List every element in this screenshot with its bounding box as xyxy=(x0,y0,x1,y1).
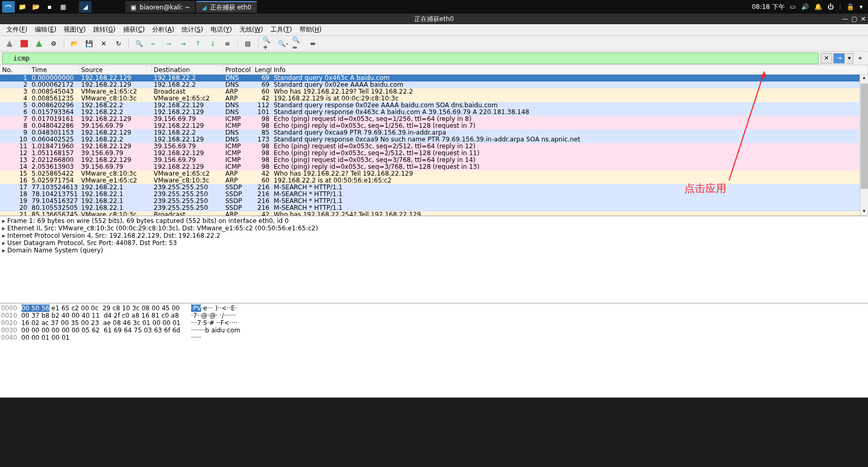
zoom-reset-button[interactable]: 🔍= xyxy=(292,37,304,50)
filter-dropdown-button[interactable]: ▾ xyxy=(846,53,853,64)
packet-row[interactable]: 20.000062172192.168.22.129192.168.22.2DN… xyxy=(0,82,868,88)
open-file-button[interactable]: 📂 xyxy=(68,37,81,50)
task-terminal[interactable]: ▣biaoren@kali: ~ xyxy=(125,1,195,13)
menu-电话Y[interactable]: 电话(Y) xyxy=(207,24,235,35)
user-icon[interactable]: ▾ xyxy=(860,3,863,11)
packet-row[interactable]: 1878.104213751192.168.22.1239.255.255.25… xyxy=(0,191,868,198)
packet-row[interactable]: 1777.103524613192.168.22.1239.255.255.25… xyxy=(0,184,868,191)
detail-line[interactable]: ▸ User Datagram Protocol, Src Port: 4408… xyxy=(2,239,866,247)
start-capture-button[interactable] xyxy=(3,37,16,50)
display-icon[interactable]: ▭ xyxy=(790,3,796,11)
detail-line[interactable]: ▸ Ethernet II, Src: VMware_c8:10:3c (00:… xyxy=(2,225,866,232)
colorize-button[interactable]: ▤ xyxy=(242,37,254,50)
go-last-button[interactable]: ⤓ xyxy=(206,37,219,50)
packet-row[interactable]: 155.025865422VMware_c8:10:3cVMware_e1:65… xyxy=(0,170,868,177)
files-icon[interactable]: 📁 xyxy=(16,1,28,13)
packet-list-scrollbar[interactable]: ▴ ▾ xyxy=(860,75,868,216)
go-to-button[interactable]: ⇥ xyxy=(177,37,189,50)
col-no[interactable]: No. xyxy=(0,65,29,74)
zoom-in-button[interactable]: 🔍+ xyxy=(262,37,275,50)
packet-row[interactable]: 121.05116815739.156.69.79192.168.22.129I… xyxy=(0,150,868,157)
detail-line[interactable]: ▸ Frame 1: 69 bytes on wire (552 bits), … xyxy=(2,217,866,225)
packet-row[interactable]: 111.018471960192.168.22.12939.156.69.79I… xyxy=(0,143,868,150)
menu-分析A[interactable]: 分析(A) xyxy=(149,24,177,35)
menu-无线W[interactable]: 无线(W) xyxy=(236,24,266,35)
minimize-icon[interactable]: — xyxy=(842,15,849,23)
autoscroll-button[interactable]: ≡ xyxy=(221,37,234,50)
zoom-out-button[interactable]: 🔍- xyxy=(277,37,290,50)
maximize-icon[interactable]: ▢ xyxy=(852,15,857,23)
packet-row[interactable]: 30.008545043VMware_e1:65:c2BroadcastARP6… xyxy=(0,88,868,95)
capture-options-button[interactable]: ⚙ xyxy=(47,37,60,50)
lock-icon[interactable]: 🔒 xyxy=(846,3,854,11)
packet-row[interactable]: 2080.105532505192.168.22.1239.255.255.25… xyxy=(0,205,868,211)
packet-list-pane: No. Time Source Destination Protocol Len… xyxy=(0,65,868,216)
packet-row[interactable]: 80.04804228639.156.69.79192.168.22.129IC… xyxy=(0,123,868,129)
resize-columns-button[interactable]: ⇹ xyxy=(306,37,319,50)
task-wireshark[interactable]: ◢正在捕获 eth0 xyxy=(196,1,256,13)
packet-row[interactable]: 1979.104516327192.168.22.1239.255.255.25… xyxy=(0,198,868,205)
packet-row[interactable]: 100.060402525192.168.22.2192.168.22.129D… xyxy=(0,136,868,143)
folder-icon[interactable]: 📂 xyxy=(29,1,42,13)
packet-details-pane[interactable]: ▸ Frame 1: 69 bytes on wire (552 bits), … xyxy=(0,216,868,303)
packet-row[interactable]: 70.017019161192.168.22.12939.156.69.79IC… xyxy=(0,116,868,123)
detail-line[interactable]: ▸ Internet Protocol Version 4, Src: 192.… xyxy=(2,232,866,239)
kali-menu-icon[interactable] xyxy=(2,1,15,13)
menu-工具T[interactable]: 工具(T) xyxy=(267,24,295,35)
packet-row[interactable]: 60.015793364192.168.22.2192.168.22.129DN… xyxy=(0,109,868,116)
menu-捕获C[interactable]: 捕获(C) xyxy=(120,24,148,35)
stop-capture-button[interactable] xyxy=(18,37,31,50)
clock[interactable]: 08:18 下午 xyxy=(752,3,784,12)
display-filter-input[interactable] xyxy=(2,53,819,64)
scroll-down-icon[interactable]: ▾ xyxy=(860,208,868,216)
filter-clear-button[interactable]: ✕ xyxy=(821,53,832,64)
packet-row[interactable]: 40.008561235VMware_c8:10:3cVMware_e1:65:… xyxy=(0,95,868,102)
go-next-button[interactable]: → xyxy=(162,37,175,50)
wireshark-launcher-icon[interactable]: ◢ xyxy=(79,1,92,13)
menu-编辑E[interactable]: 编辑(E) xyxy=(32,24,59,35)
packet-row[interactable]: 90.048301153192.168.22.129192.168.22.2DN… xyxy=(0,129,868,136)
menu-跳转G[interactable]: 跳转(G) xyxy=(90,24,119,35)
packet-row[interactable]: 142.05361390339.156.69.79192.168.22.129I… xyxy=(0,164,868,170)
restart-capture-button[interactable] xyxy=(33,37,45,50)
terminal-icon[interactable]: ▪ xyxy=(43,1,56,13)
col-protocol[interactable]: Protocol xyxy=(223,65,253,74)
app-icon[interactable]: ▦ xyxy=(57,1,69,13)
packet-row[interactable]: 2185.136656745VMware_c8:10:3cBroadcastAR… xyxy=(0,211,868,216)
close-icon[interactable]: ✕ xyxy=(861,15,866,23)
menu-文件F[interactable]: 文件(F) xyxy=(3,24,31,35)
col-source[interactable]: Source xyxy=(79,65,152,74)
blank-area xyxy=(0,430,868,467)
packet-row[interactable]: 165.025971754VMware_e1:65:c2VMware_c8:10… xyxy=(0,177,868,184)
save-file-button[interactable]: 💾 xyxy=(83,37,95,50)
find-button[interactable]: 🔍 xyxy=(133,37,145,50)
packet-row[interactable]: 10.000000000192.168.22.129192.168.22.2DN… xyxy=(0,75,868,82)
go-prev-button[interactable]: ← xyxy=(147,37,160,50)
col-info[interactable]: Info xyxy=(272,65,868,74)
packet-bytes-pane[interactable]: 0000 0010 0020 0030 0040 00 50 56 e1 65 … xyxy=(0,303,868,398)
menu-统计S[interactable]: 统计(S) xyxy=(178,24,206,35)
go-first-button[interactable]: ⤒ xyxy=(192,37,204,50)
packet-row[interactable]: 50.008620296192.168.22.2192.168.22.129DN… xyxy=(0,102,868,109)
notification-icon[interactable]: 🔔 xyxy=(814,3,822,11)
menu-帮助H[interactable]: 帮助(H) xyxy=(296,24,325,35)
col-length[interactable]: Length xyxy=(253,65,272,74)
volume-icon[interactable]: 🔊 xyxy=(801,3,809,11)
filter-apply-button[interactable]: → xyxy=(833,53,845,64)
window-titlebar[interactable]: 正在捕获eth0 — ▢ ✕ xyxy=(0,14,868,24)
reload-button[interactable]: ↻ xyxy=(112,37,125,50)
detail-line[interactable]: ▸ Domain Name System (query) xyxy=(2,247,866,254)
close-file-button[interactable]: ✕ xyxy=(97,37,110,50)
menubar: 文件(F)编辑(E)视图(V)跳转(G)捕获(C)分析(A)统计(S)电话(Y)… xyxy=(0,24,868,36)
scroll-up-icon[interactable]: ▴ xyxy=(860,75,868,82)
power-icon[interactable]: ⏻ xyxy=(827,3,834,11)
packet-list-header[interactable]: No. Time Source Destination Protocol Len… xyxy=(0,65,868,75)
menu-视图V[interactable]: 视图(V) xyxy=(61,24,89,35)
filter-add-button[interactable]: + xyxy=(854,53,866,64)
col-time[interactable]: Time xyxy=(29,65,79,74)
annotation-text: 点击应用 xyxy=(684,181,726,196)
packet-row[interactable]: 132.021266800192.168.22.12939.156.69.79I… xyxy=(0,157,868,164)
scroll-thumb[interactable] xyxy=(861,84,868,189)
col-destination[interactable]: Destination xyxy=(152,65,223,74)
svg-rect-0 xyxy=(21,40,28,47)
